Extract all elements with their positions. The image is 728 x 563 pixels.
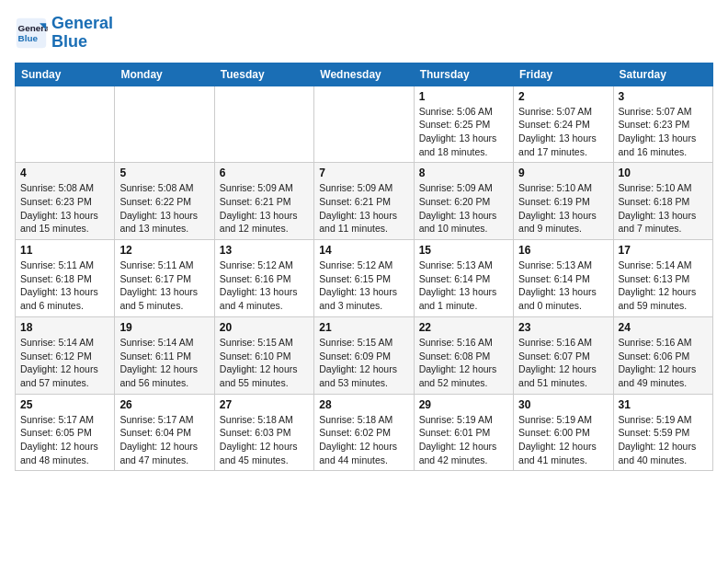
day-info: Sunrise: 5:12 AM Sunset: 6:15 PM Dayligh…: [319, 259, 408, 313]
day-number: 25: [20, 398, 109, 411]
day-number: 17: [619, 244, 708, 257]
day-info: Sunrise: 5:07 AM Sunset: 6:24 PM Dayligh…: [518, 105, 608, 159]
calendar-cell: 1Sunrise: 5:06 AM Sunset: 6:25 PM Daylig…: [414, 86, 513, 163]
day-number: 6: [220, 167, 309, 179]
logo-text: GeneralBlue: [51, 15, 113, 52]
day-number: 16: [518, 244, 608, 257]
logo: General Blue GeneralBlue: [15, 15, 113, 52]
calendar-day-header: Sunday: [16, 63, 115, 86]
day-info: Sunrise: 5:13 AM Sunset: 6:14 PM Dayligh…: [518, 259, 608, 313]
calendar-cell: 14Sunrise: 5:12 AM Sunset: 6:15 PM Dayli…: [314, 240, 414, 317]
day-number: 15: [419, 244, 508, 257]
day-number: 11: [20, 244, 109, 257]
day-info: Sunrise: 5:15 AM Sunset: 6:10 PM Dayligh…: [220, 336, 309, 390]
day-info: Sunrise: 5:11 AM Sunset: 6:17 PM Dayligh…: [119, 259, 209, 313]
calendar-day-header: Wednesday: [314, 63, 414, 86]
day-number: 27: [220, 398, 309, 411]
day-number: 20: [220, 321, 309, 334]
day-info: Sunrise: 5:07 AM Sunset: 6:23 PM Dayligh…: [619, 105, 708, 159]
calendar-cell: 12Sunrise: 5:11 AM Sunset: 6:17 PM Dayli…: [115, 240, 214, 317]
day-info: Sunrise: 5:19 AM Sunset: 6:01 PM Dayligh…: [419, 413, 508, 467]
day-info: Sunrise: 5:09 AM Sunset: 6:20 PM Dayligh…: [419, 181, 508, 236]
calendar-cell: 11Sunrise: 5:11 AM Sunset: 6:18 PM Dayli…: [16, 240, 115, 317]
calendar-cell: 9Sunrise: 5:10 AM Sunset: 6:19 PM Daylig…: [514, 163, 613, 240]
day-info: Sunrise: 5:19 AM Sunset: 6:00 PM Dayligh…: [518, 413, 608, 467]
day-number: 21: [319, 321, 408, 334]
day-number: 8: [419, 167, 508, 179]
day-number: 23: [518, 321, 608, 334]
day-number: 12: [119, 244, 209, 257]
calendar-cell: 26Sunrise: 5:17 AM Sunset: 6:04 PM Dayli…: [115, 394, 214, 471]
day-number: 30: [518, 398, 608, 411]
day-number: 26: [119, 398, 209, 411]
page-header: General Blue GeneralBlue: [15, 15, 713, 52]
calendar-cell: 7Sunrise: 5:09 AM Sunset: 6:21 PM Daylig…: [314, 163, 414, 240]
calendar-cell: 18Sunrise: 5:14 AM Sunset: 6:12 PM Dayli…: [16, 316, 115, 394]
calendar-cell: [115, 86, 214, 163]
calendar-cell: 25Sunrise: 5:17 AM Sunset: 6:05 PM Dayli…: [16, 394, 115, 471]
day-info: Sunrise: 5:09 AM Sunset: 6:21 PM Dayligh…: [319, 181, 408, 236]
day-info: Sunrise: 5:17 AM Sunset: 6:04 PM Dayligh…: [119, 413, 209, 467]
calendar-cell: 8Sunrise: 5:09 AM Sunset: 6:20 PM Daylig…: [414, 163, 513, 240]
day-number: 1: [419, 90, 508, 103]
day-number: 18: [20, 321, 109, 334]
day-number: 22: [419, 321, 508, 334]
calendar-cell: 21Sunrise: 5:15 AM Sunset: 6:09 PM Dayli…: [314, 316, 414, 394]
day-info: Sunrise: 5:18 AM Sunset: 6:02 PM Dayligh…: [319, 413, 408, 467]
day-info: Sunrise: 5:14 AM Sunset: 6:13 PM Dayligh…: [619, 259, 708, 313]
calendar-day-header: Friday: [514, 63, 613, 86]
calendar-cell: 29Sunrise: 5:19 AM Sunset: 6:01 PM Dayli…: [414, 394, 513, 471]
day-number: 29: [419, 398, 508, 411]
day-number: 4: [20, 167, 109, 179]
day-info: Sunrise: 5:10 AM Sunset: 6:18 PM Dayligh…: [619, 181, 708, 236]
day-info: Sunrise: 5:10 AM Sunset: 6:19 PM Dayligh…: [518, 181, 608, 236]
calendar-cell: 20Sunrise: 5:15 AM Sunset: 6:10 PM Dayli…: [214, 316, 313, 394]
day-number: 10: [619, 167, 708, 179]
day-number: 9: [518, 167, 608, 179]
calendar-cell: 5Sunrise: 5:08 AM Sunset: 6:22 PM Daylig…: [115, 163, 214, 240]
day-info: Sunrise: 5:09 AM Sunset: 6:21 PM Dayligh…: [220, 181, 309, 236]
day-number: 24: [619, 321, 708, 334]
calendar-header: SundayMondayTuesdayWednesdayThursdayFrid…: [16, 63, 713, 86]
day-info: Sunrise: 5:16 AM Sunset: 6:08 PM Dayligh…: [419, 336, 508, 390]
calendar-table: SundayMondayTuesdayWednesdayThursdayFrid…: [15, 63, 713, 472]
calendar-cell: 6Sunrise: 5:09 AM Sunset: 6:21 PM Daylig…: [214, 163, 313, 240]
calendar-cell: 13Sunrise: 5:12 AM Sunset: 6:16 PM Dayli…: [214, 240, 313, 317]
day-info: Sunrise: 5:14 AM Sunset: 6:11 PM Dayligh…: [119, 336, 209, 390]
day-number: 2: [518, 90, 608, 103]
day-info: Sunrise: 5:08 AM Sunset: 6:22 PM Dayligh…: [119, 181, 209, 236]
calendar-cell: 31Sunrise: 5:19 AM Sunset: 5:59 PM Dayli…: [613, 394, 712, 471]
day-info: Sunrise: 5:16 AM Sunset: 6:07 PM Dayligh…: [518, 336, 608, 390]
calendar-cell: 23Sunrise: 5:16 AM Sunset: 6:07 PM Dayli…: [514, 316, 613, 394]
day-info: Sunrise: 5:06 AM Sunset: 6:25 PM Dayligh…: [419, 105, 508, 159]
calendar-cell: 27Sunrise: 5:18 AM Sunset: 6:03 PM Dayli…: [214, 394, 313, 471]
day-info: Sunrise: 5:16 AM Sunset: 6:06 PM Dayligh…: [619, 336, 708, 390]
day-number: 14: [319, 244, 408, 257]
day-info: Sunrise: 5:15 AM Sunset: 6:09 PM Dayligh…: [319, 336, 408, 390]
calendar-cell: 10Sunrise: 5:10 AM Sunset: 6:18 PM Dayli…: [613, 163, 712, 240]
calendar-cell: 16Sunrise: 5:13 AM Sunset: 6:14 PM Dayli…: [514, 240, 613, 317]
calendar-cell: 17Sunrise: 5:14 AM Sunset: 6:13 PM Dayli…: [613, 240, 712, 317]
day-number: 5: [119, 167, 209, 179]
day-number: 28: [319, 398, 408, 411]
day-info: Sunrise: 5:17 AM Sunset: 6:05 PM Dayligh…: [20, 413, 109, 467]
day-info: Sunrise: 5:13 AM Sunset: 6:14 PM Dayligh…: [419, 259, 508, 313]
calendar-cell: 4Sunrise: 5:08 AM Sunset: 6:23 PM Daylig…: [16, 163, 115, 240]
day-number: 7: [319, 167, 408, 179]
calendar-day-header: Monday: [115, 63, 214, 86]
calendar-cell: 22Sunrise: 5:16 AM Sunset: 6:08 PM Dayli…: [414, 316, 513, 394]
calendar-day-header: Saturday: [613, 63, 712, 86]
day-number: 3: [619, 90, 708, 103]
calendar-cell: [16, 86, 115, 163]
svg-text:Blue: Blue: [18, 33, 39, 43]
calendar-cell: 2Sunrise: 5:07 AM Sunset: 6:24 PM Daylig…: [514, 86, 613, 163]
day-info: Sunrise: 5:11 AM Sunset: 6:18 PM Dayligh…: [20, 259, 109, 313]
calendar-day-header: Thursday: [414, 63, 513, 86]
day-info: Sunrise: 5:19 AM Sunset: 5:59 PM Dayligh…: [619, 413, 708, 467]
calendar-cell: 3Sunrise: 5:07 AM Sunset: 6:23 PM Daylig…: [613, 86, 712, 163]
calendar-cell: 24Sunrise: 5:16 AM Sunset: 6:06 PM Dayli…: [613, 316, 712, 394]
day-number: 13: [220, 244, 309, 257]
calendar-cell: 15Sunrise: 5:13 AM Sunset: 6:14 PM Dayli…: [414, 240, 513, 317]
day-number: 31: [619, 398, 708, 411]
calendar-cell: 19Sunrise: 5:14 AM Sunset: 6:11 PM Dayli…: [115, 316, 214, 394]
